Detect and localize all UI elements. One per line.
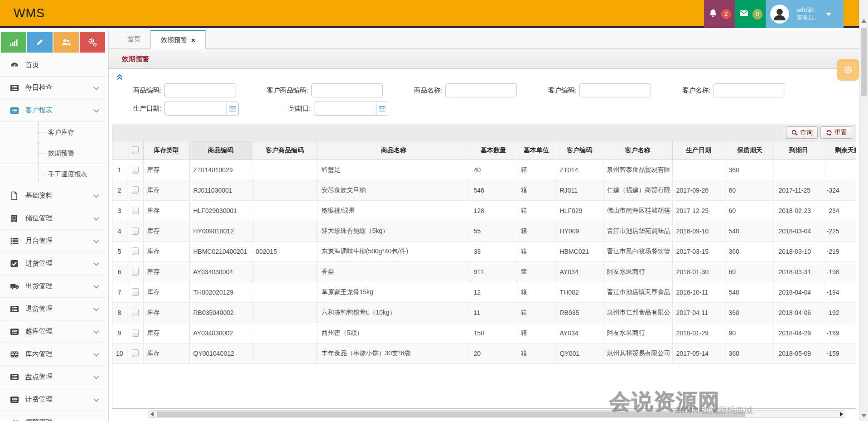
users-button[interactable] — [53, 32, 79, 53]
table-row[interactable]: 2 库存 RJ011030001 安芯食族文旦柚 546 箱 RJ011 仁建（… — [112, 180, 856, 200]
query-button[interactable]: 查询 — [786, 126, 818, 139]
col-stock-type[interactable]: 库存类型 — [143, 141, 189, 160]
sidebar-item-returns-mgmt[interactable]: 退货管理 — [0, 298, 108, 320]
table-row[interactable]: 10 库存 QY001040012 丰年食品（串烧小饼）30支*6袋 20 箱 … — [112, 343, 856, 363]
select-all-checkbox[interactable] — [132, 146, 139, 154]
sidebar-item-alert-mgmt[interactable]: 预警管理 — [0, 411, 108, 421]
calendar-icon[interactable] — [227, 102, 239, 116]
row-number: 9 — [112, 323, 127, 343]
notifications-button[interactable]: 2 — [704, 0, 735, 28]
cell-customer-name: 阿友水果商行 — [603, 323, 672, 343]
quick-launch-bar — [0, 30, 108, 53]
table-row[interactable]: 9 库存 AY034030002 西州密（5颗） 150 箱 AY034 阿友水… — [112, 323, 856, 343]
cell-customer-code: ZT014 — [556, 160, 603, 180]
scrollbar-thumb[interactable] — [157, 411, 745, 417]
collapse-up-icon[interactable] — [116, 73, 124, 81]
col-customer-item-code[interactable]: 客户商品编码 — [252, 141, 318, 160]
app-logo[interactable]: WMS — [14, 6, 45, 20]
sidebar-item-outbound-mgmt[interactable]: 出货管理 — [0, 275, 108, 298]
row-checkbox[interactable] — [132, 207, 139, 214]
user-menu[interactable]: admin 管理员... — [766, 0, 844, 28]
row-checkbox[interactable] — [132, 166, 139, 174]
tab-home[interactable]: 首页 — [117, 30, 150, 48]
cell-base-unit: 箱 — [517, 282, 556, 302]
reset-button[interactable]: 重置 — [820, 126, 852, 139]
sidebar-item-daily-check[interactable]: 每日检查 — [0, 77, 108, 99]
production-date-input[interactable] — [164, 102, 227, 116]
sidebar-item-location-mgmt[interactable]: 储位管理 — [0, 207, 108, 230]
col-base-qty[interactable]: 基本数量 — [470, 141, 517, 160]
col-due-date[interactable]: 到期日 — [775, 141, 823, 160]
sidebar-item-stocktake-mgmt[interactable]: 盘点管理 — [0, 366, 108, 388]
tab-expiry-warning[interactable]: 效期预警 × — [150, 30, 206, 49]
file-icon — [10, 191, 20, 200]
table-row[interactable]: 4 库存 HY009010012 迎大珍珠香鲍螺（5kg） 55 箱 HY009… — [112, 221, 856, 241]
scroll-up-icon[interactable] — [861, 19, 867, 23]
sidebar-item-billing-mgmt[interactable]: 计费管理 — [0, 388, 108, 411]
sidebar-item-customer-inventory[interactable]: 客户库存 — [0, 122, 108, 143]
settings-float-button[interactable] — [837, 59, 859, 81]
col-base-unit[interactable]: 基本单位 — [517, 141, 556, 160]
row-number: 2 — [112, 180, 127, 200]
cell-customer-item-code: 002015 — [252, 241, 318, 261]
close-icon[interactable]: × — [191, 36, 195, 44]
topbar-right-cluster: 2 0 admin 管理员... — [704, 0, 844, 28]
sidebar-item-warehouse-mgmt[interactable]: 库内管理 — [0, 343, 108, 366]
table-row[interactable]: 3 库存 HLF029030001 猕猴桃/绿果 128 箱 HLF029 佛山… — [112, 200, 856, 221]
cell-base-unit: 箱 — [517, 323, 556, 343]
col-item-name[interactable]: 商品名称 — [318, 141, 470, 160]
customer-name-input[interactable] — [714, 83, 785, 97]
sidebar-item-label: 月台管理 — [25, 237, 53, 245]
scroll-down-icon[interactable] — [861, 414, 867, 417]
row-checkbox[interactable] — [132, 268, 139, 276]
field-label: 商品名称: — [402, 86, 445, 95]
scrollbar-thumb[interactable] — [861, 28, 867, 96]
sidebar-item-manual-temperature-report[interactable]: 手工温度报表 — [0, 164, 108, 184]
table-row[interactable]: 8 库存 RB035040002 六和冻鸭鸭锁骨L（10kg） 11 箱 RB0… — [112, 302, 856, 323]
row-checkbox[interactable] — [132, 227, 139, 235]
sidebar-item-expiry-warning[interactable]: 效期预警 — [0, 143, 108, 164]
table-row[interactable]: 7 库存 TH002020129 草原蒙王龙骨15kg 12 箱 TH002 晋… — [112, 282, 856, 302]
table-row[interactable]: 5 库存 HBMC0210400201 002015 东岚海调味牛柳(500g*… — [112, 241, 856, 261]
row-checkbox[interactable] — [132, 309, 139, 316]
customer-code-input[interactable] — [579, 83, 651, 97]
item-name-input[interactable] — [445, 83, 517, 97]
bar-chart-button[interactable] — [1, 32, 26, 53]
messages-button[interactable]: 0 — [735, 0, 766, 28]
gears-button[interactable] — [80, 32, 105, 53]
customer-item-code-input[interactable] — [311, 83, 383, 97]
col-customer-code[interactable]: 客户编码 — [556, 141, 603, 160]
row-checkbox[interactable] — [132, 186, 139, 194]
pencil-button[interactable] — [27, 32, 53, 53]
scroll-right-icon[interactable] — [840, 412, 843, 416]
vertical-scrollbar[interactable] — [859, 0, 868, 421]
horizontal-scrollbar[interactable] — [148, 410, 845, 418]
due-date-input[interactable] — [314, 102, 376, 116]
sidebar-item-base-data[interactable]: 基础资料 — [0, 184, 108, 207]
item-code-input[interactable] — [164, 83, 236, 97]
col-item-code[interactable]: 商品编码 — [189, 141, 252, 160]
col-days-left[interactable]: 剩余天数 — [823, 141, 856, 160]
col-production-date[interactable]: 生产日期 — [672, 141, 725, 160]
field-label: 客户编码: — [536, 86, 579, 95]
cell-days-left: -169 — [823, 323, 856, 343]
row-checkbox[interactable] — [132, 288, 139, 296]
cell-base-unit: 箱 — [517, 343, 556, 363]
sidebar-item-dock-mgmt[interactable]: 月台管理 — [0, 230, 108, 252]
cell-due-date — [775, 160, 823, 180]
col-shelf-life-days[interactable]: 保质期天 — [725, 141, 775, 160]
sidebar-item-crossdock-mgmt[interactable]: 越库管理 — [0, 320, 108, 343]
table-row[interactable]: 1 库存 ZT014010029 鳕蟹足 40 箱 ZT014 泉州智泰食品贸易… — [112, 160, 856, 180]
col-customer-name[interactable]: 客户名称 — [603, 141, 672, 160]
row-checkbox[interactable] — [132, 329, 139, 337]
scroll-left-icon[interactable] — [150, 412, 154, 416]
chevron-down-icon — [93, 396, 99, 402]
sidebar-item-inbound-mgmt[interactable]: 进货管理 — [0, 252, 108, 275]
calendar-icon[interactable] — [376, 102, 388, 116]
table-row[interactable]: 6 库存 AY034030004 香梨 911 筐 AY034 阿友水果商行 2… — [112, 261, 856, 282]
row-checkbox[interactable] — [132, 247, 139, 255]
row-checkbox-cell — [127, 343, 143, 363]
sidebar-item-customer-reports[interactable]: 客户报表 — [0, 99, 108, 122]
sidebar-item-home[interactable]: 首页 — [0, 54, 108, 77]
row-checkbox[interactable] — [132, 349, 139, 357]
